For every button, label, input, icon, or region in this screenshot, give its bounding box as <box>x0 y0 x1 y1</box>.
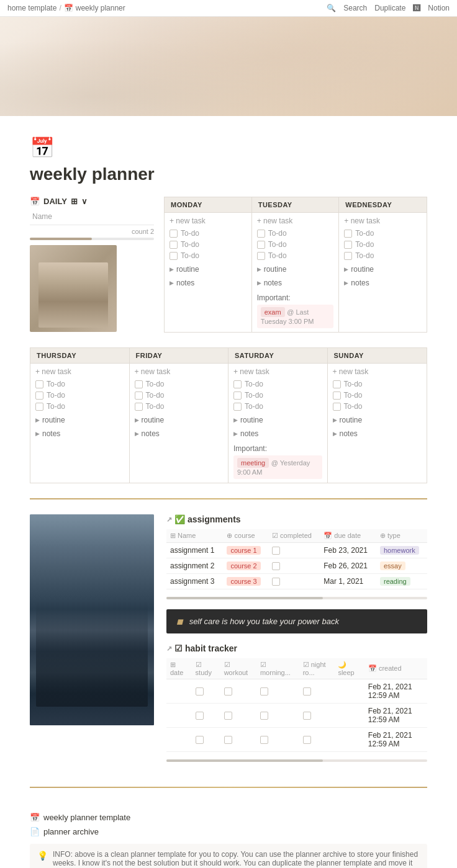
habit-workout-2[interactable] <box>220 704 256 728</box>
assignments-section: ↗ ✅ assignments ⊞ Name ⊕ course ☑ comple… <box>166 514 427 599</box>
habit-night-1[interactable] <box>299 679 335 704</box>
sunday-new-task[interactable]: + new task <box>333 367 422 376</box>
saturday-todo-2: To-do <box>233 391 322 400</box>
checkbox[interactable] <box>170 241 178 249</box>
checkbox[interactable] <box>135 403 143 411</box>
habit-morning-3[interactable] <box>256 728 299 752</box>
wednesday-new-task[interactable]: + new task <box>344 217 422 225</box>
info-icon: 💡 <box>37 851 48 861</box>
sunday-notes-toggle[interactable]: ▶notes <box>333 429 422 438</box>
saturday-header: SATURDAY <box>228 348 327 364</box>
monday-notes-toggle[interactable]: ▶notes <box>170 279 247 287</box>
sunday-routine-toggle[interactable]: ▶routine <box>333 416 422 424</box>
checkbox[interactable] <box>344 241 352 249</box>
daily-header: 📅 DAILY ⊞ ∨ <box>30 197 154 206</box>
checkbox[interactable] <box>333 380 341 388</box>
breadcrumb-sep: / <box>59 4 61 12</box>
table-row: assignment 2 course 2 Feb 26, 2021 essay <box>166 558 427 574</box>
checkbox[interactable] <box>257 241 265 249</box>
checkbox[interactable] <box>333 403 341 411</box>
info-block: 💡 INFO: above is a clean planner templat… <box>30 844 427 868</box>
saturday-important-box: meeting @ Yesterday 9:00 AM <box>233 455 322 479</box>
week1-grid: MONDAY + new task To-do To-do To-do ▶rou… <box>164 197 427 333</box>
monday-routine-toggle[interactable]: ▶routine <box>170 265 247 274</box>
habit-tracker-table: ⊞ date ☑ study ☑ workout ☑ morning... ☑ … <box>166 658 427 752</box>
tuesday-important-label: Important: <box>257 293 334 302</box>
completed-check-1[interactable] <box>268 543 320 558</box>
checkbox[interactable] <box>35 380 43 388</box>
checkbox[interactable] <box>333 391 341 400</box>
thursday-new-task[interactable]: + new task <box>35 367 124 376</box>
completed-check-2[interactable] <box>268 558 320 574</box>
triangle-icon: ▶ <box>344 280 348 286</box>
saturday-todo-1: To-do <box>233 380 322 388</box>
tuesday-todo-3: To-do <box>257 251 334 260</box>
habit-db-icon: ☑ <box>174 643 183 653</box>
completed-check-3[interactable] <box>268 574 320 589</box>
triangle-icon: ▶ <box>344 266 348 272</box>
monday-col: MONDAY + new task To-do To-do To-do ▶rou… <box>165 197 252 332</box>
habit-workout-1[interactable] <box>220 679 256 704</box>
tuesday-routine-toggle[interactable]: ▶routine <box>257 265 334 274</box>
checkbox[interactable] <box>170 252 178 260</box>
checkbox[interactable] <box>135 380 143 388</box>
right-panel: ↗ ✅ assignments ⊞ Name ⊕ course ☑ comple… <box>166 514 427 772</box>
friday-todo-2: To-do <box>135 391 224 400</box>
friday-new-task[interactable]: + new task <box>135 367 224 376</box>
course-tag-3: course 3 <box>223 574 268 589</box>
count-value: 2 <box>150 228 154 235</box>
archive-link[interactable]: 📄 planner archive <box>30 827 427 836</box>
search-button[interactable]: Search <box>343 4 367 12</box>
checkbox[interactable] <box>344 252 352 260</box>
assignments-scrollbar-thumb <box>166 597 323 599</box>
habit-morning-2[interactable] <box>256 704 299 728</box>
home-link[interactable]: home template <box>7 4 57 12</box>
checkbox[interactable] <box>35 391 43 400</box>
wednesday-routine-toggle[interactable]: ▶routine <box>344 265 422 274</box>
checkbox[interactable] <box>35 403 43 411</box>
external-link-icon-2: ↗ <box>166 645 172 653</box>
tuesday-todo-2: To-do <box>257 240 334 249</box>
weekly-template-link[interactable]: 📅 weekly planner template <box>30 813 427 822</box>
wednesday-body: + new task To-do To-do To-do ▶routine ▶n… <box>339 213 427 292</box>
tuesday-important-box: exam @ Last Tuesday 3:00 PM <box>257 305 334 328</box>
triangle-icon: ▶ <box>333 417 337 423</box>
monday-new-task[interactable]: + new task <box>170 217 247 225</box>
tuesday-notes-toggle[interactable]: ▶notes <box>257 279 334 287</box>
habit-tracker-link[interactable]: ↗ ☑ habit tracker <box>166 643 427 653</box>
friday-notes-toggle[interactable]: ▶notes <box>135 429 224 438</box>
checkbox[interactable] <box>257 230 265 238</box>
checkbox[interactable] <box>135 391 143 400</box>
tuesday-new-task[interactable]: + new task <box>257 217 334 225</box>
checkbox[interactable] <box>257 252 265 260</box>
wednesday-todo-2: To-do <box>344 240 422 249</box>
checkbox[interactable] <box>233 380 242 388</box>
saturday-routine-toggle[interactable]: ▶routine <box>233 416 322 424</box>
assignment-name-3: assignment 3 <box>166 574 223 589</box>
checkbox[interactable] <box>233 391 242 400</box>
saturday-notes-toggle[interactable]: ▶notes <box>233 429 322 438</box>
habit-night-3[interactable] <box>299 728 335 752</box>
triangle-icon: ▶ <box>257 280 261 286</box>
thursday-notes-toggle[interactable]: ▶notes <box>35 429 124 438</box>
weekly-template-label: weekly planner template <box>43 813 130 822</box>
habit-study-1[interactable] <box>192 679 220 704</box>
habit-study-3[interactable] <box>192 728 220 752</box>
page-icon-container: 📅 <box>30 136 427 159</box>
friday-routine-toggle[interactable]: ▶routine <box>135 416 224 424</box>
assignments-link[interactable]: ↗ ✅ assignments <box>166 514 427 524</box>
duplicate-button[interactable]: Duplicate <box>374 4 405 12</box>
habit-workout-3[interactable] <box>220 728 256 752</box>
checkbox[interactable] <box>344 230 352 238</box>
habit-night-2[interactable] <box>299 704 335 728</box>
checkbox[interactable] <box>233 403 242 411</box>
table-row: assignment 1 course 1 Feb 23, 2021 homew… <box>166 543 427 558</box>
thursday-routine-toggle[interactable]: ▶routine <box>35 416 124 424</box>
friday-col: FRIDAY + new task To-do To-do To-do ▶rou… <box>130 348 229 483</box>
sunday-todo-1: To-do <box>333 380 422 388</box>
saturday-new-task[interactable]: + new task <box>233 367 322 376</box>
habit-morning-1[interactable] <box>256 679 299 704</box>
habit-study-2[interactable] <box>192 704 220 728</box>
checkbox[interactable] <box>170 230 178 238</box>
wednesday-notes-toggle[interactable]: ▶notes <box>344 279 422 287</box>
